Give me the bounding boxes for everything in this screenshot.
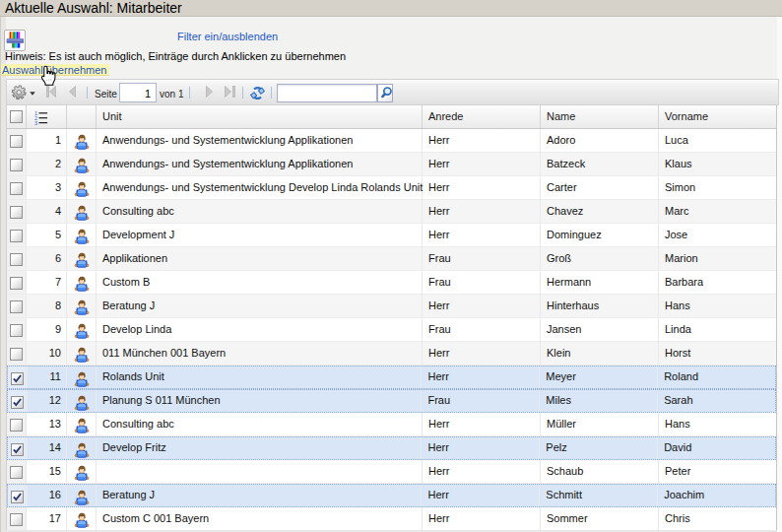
svg-text:3: 3 xyxy=(34,120,37,125)
